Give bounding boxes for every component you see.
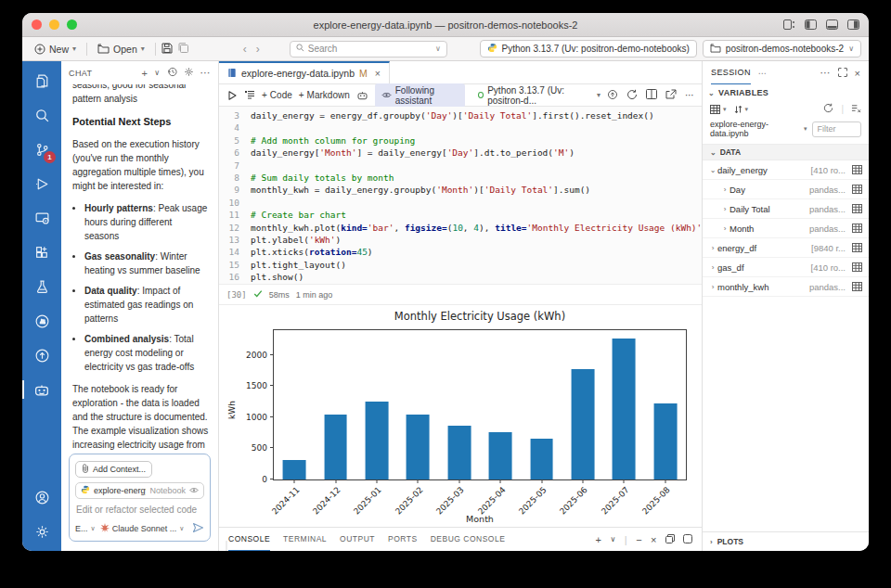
open-data-viewer-icon[interactable] (852, 282, 862, 291)
code-line[interactable]: 3daily_energy = energy_df.groupby('Day')… (221, 109, 702, 121)
close-window-button[interactable] (32, 19, 42, 30)
open-data-viewer-icon[interactable] (852, 165, 862, 174)
assistant-robot-icon[interactable] (356, 90, 368, 101)
chevron-down-icon[interactable]: ⌄ (708, 166, 717, 174)
global-search-input[interactable]: Search ∨ (290, 41, 447, 58)
code-line[interactable]: 5# Add month column for grouping (221, 134, 702, 147)
tab-explore-energy-data[interactable]: explore-energy-data.ipynb M × (219, 61, 390, 83)
chevron-right-icon[interactable]: › (720, 205, 730, 213)
chevron-down-icon[interactable]: ∨ (154, 69, 160, 77)
chat-settings-gear-icon[interactable] (184, 67, 194, 79)
new-console-icon[interactable]: + (595, 534, 601, 545)
save-icon[interactable] (161, 43, 173, 56)
tab-session[interactable]: SESSION (711, 61, 751, 84)
open-data-viewer-icon[interactable] (852, 185, 862, 194)
variable-row[interactable]: ⌄daily_energy[410 ro... (703, 160, 869, 180)
code-line[interactable]: 11# Create bar chart (221, 209, 702, 221)
chevron-right-icon[interactable]: › (708, 263, 717, 272)
forward-icon[interactable]: › (256, 43, 260, 56)
code-line[interactable]: 9monthly_kwh = daily_energy.groupby('Mon… (221, 184, 702, 196)
restart-kernel-icon[interactable] (626, 89, 638, 102)
code-line[interactable]: 15plt.tight_layout() (221, 259, 702, 271)
add-code-button[interactable]: +Code (262, 90, 292, 100)
chat-input-placeholder[interactable]: Edit or refactor selected code (76, 505, 204, 515)
filter-input[interactable]: Filter (812, 121, 861, 137)
clear-variables-icon[interactable] (851, 104, 861, 115)
panel-tab-output[interactable]: OUTPUT (340, 528, 375, 551)
minimize-panel-icon[interactable]: − (636, 534, 642, 545)
code-line[interactable]: 7 (221, 160, 702, 172)
maximize-panel-icon[interactable] (683, 534, 692, 545)
chat-mode-dropdown[interactable]: E...∨ (75, 524, 96, 533)
new-button[interactable]: New▾ (30, 42, 81, 57)
save-all-icon[interactable] (178, 43, 189, 56)
session-selector[interactable]: explore-energy-data.ipynb ▾ (710, 120, 807, 138)
more-icon[interactable]: ⋯ (758, 69, 767, 78)
toggle-right-panel-icon[interactable] (847, 19, 859, 30)
plots-section-header[interactable]: › PLOTS (703, 531, 869, 551)
search-icon[interactable] (30, 103, 54, 127)
refresh-variables-icon[interactable] (823, 103, 833, 115)
chevron-down-icon[interactable]: ∨ (610, 535, 615, 543)
more-icon[interactable]: ⋯ (685, 90, 694, 100)
assistant-icon[interactable] (30, 377, 54, 402)
open-data-viewer-icon[interactable] (852, 243, 862, 252)
chevron-right-icon[interactable]: › (708, 244, 717, 252)
code-line[interactable]: 12monthly_kwh.plot(kind='bar', figsize=(… (221, 222, 702, 234)
testing-flask-icon[interactable] (30, 275, 54, 299)
chevron-right-icon[interactable]: › (720, 224, 730, 233)
layout-grid-icon[interactable]: ▾ (710, 105, 727, 114)
publish-icon[interactable] (30, 343, 54, 367)
split-editor-icon[interactable] (646, 89, 657, 101)
data-group-header[interactable]: ⌄ DATA (703, 144, 869, 160)
expand-panel-icon[interactable] (838, 68, 847, 79)
chevron-right-icon[interactable]: › (708, 283, 717, 291)
run-debug-icon[interactable] (30, 172, 54, 196)
send-icon[interactable] (192, 522, 204, 535)
chevron-right-icon[interactable]: › (720, 185, 730, 194)
close-tab-icon[interactable]: × (375, 68, 381, 79)
extensions-icon[interactable] (30, 240, 54, 264)
chat-history-icon[interactable] (167, 67, 177, 79)
minimize-window-button[interactable] (49, 19, 59, 30)
open-in-new-window-icon[interactable] (665, 89, 677, 101)
restore-panel-icon[interactable] (665, 534, 675, 545)
following-assistant-button[interactable]: Following assistant (375, 83, 465, 108)
open-data-viewer-icon[interactable] (852, 262, 862, 272)
chat-transcript[interactable]: seasons, good for seasonal pattern analy… (61, 84, 218, 450)
panel-tab-ports[interactable]: PORTS (388, 528, 418, 551)
account-icon[interactable] (30, 485, 54, 509)
chat-input-box[interactable]: Add Context... explore-energy-data.ipynb… (69, 454, 211, 542)
add-markdown-button[interactable]: +Markdown (299, 90, 350, 100)
run-all-icon[interactable] (226, 90, 238, 101)
variables-section-header[interactable]: ⌄ VARIABLES (703, 84, 869, 101)
open-button[interactable]: Open▾ (93, 42, 149, 57)
workspace-picker[interactable]: positron-demos-notebooks-2 ∨ (703, 40, 861, 58)
close-panel-icon[interactable]: × (651, 534, 657, 545)
code-cell[interactable]: 3daily_energy = energy_df.groupby('Day')… (219, 107, 702, 285)
more-icon[interactable]: ⋯ (820, 67, 831, 79)
publish-icon[interactable] (607, 89, 618, 102)
close-panel-icon[interactable]: × (855, 68, 860, 79)
code-line[interactable]: 4 (221, 121, 702, 134)
open-data-viewer-icon[interactable] (852, 204, 862, 213)
variable-row[interactable]: ›gas_df[410 ro... (703, 258, 869, 277)
settings-gear-icon[interactable] (30, 519, 54, 543)
customize-layout-icon[interactable] (783, 19, 795, 30)
variable-row[interactable]: ›Daypandas... (703, 180, 869, 199)
code-line[interactable]: 14plt.xticks(rotation=45) (221, 246, 702, 258)
code-line[interactable]: 6daily_energy['Month'] = daily_energy['D… (221, 147, 702, 159)
code-line[interactable]: 16plt.show() (221, 271, 702, 283)
panel-tab-terminal[interactable]: TERMINAL (283, 528, 327, 551)
toggle-left-panel-icon[interactable] (805, 19, 817, 30)
more-icon[interactable]: ⋯ (200, 67, 211, 79)
add-context-button[interactable]: Add Context... (75, 461, 152, 478)
code-line[interactable]: 8# Sum daily totals by month (221, 172, 702, 184)
eye-icon[interactable] (189, 486, 199, 495)
code-line[interactable]: 10 (221, 197, 702, 209)
variable-row[interactable]: ›Daily Totalpandas... (703, 199, 869, 219)
model-picker-dropdown[interactable]: Claude Sonnet ...∨ (100, 523, 185, 534)
code-line[interactable]: 13plt.ylabel('kWh') (221, 234, 702, 246)
panel-tab-console[interactable]: CONSOLE (228, 528, 270, 551)
zoom-window-button[interactable] (67, 19, 77, 30)
